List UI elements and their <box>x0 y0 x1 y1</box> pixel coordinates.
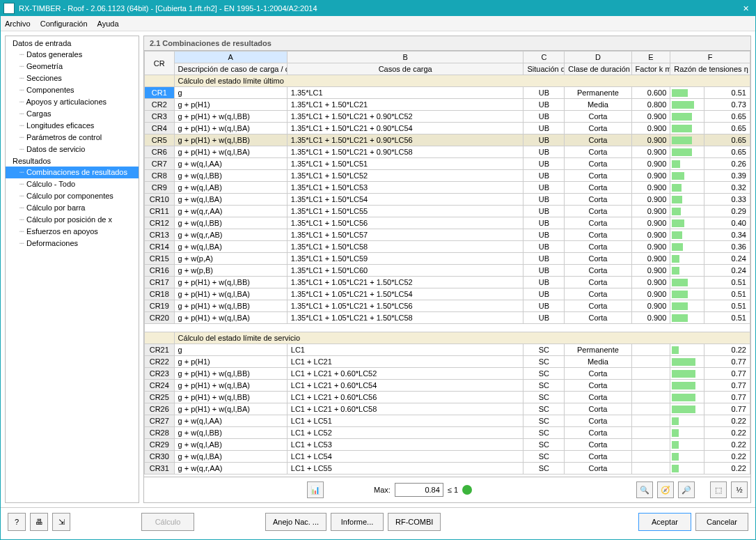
nav-header-input: Datos de entrada <box>6 38 139 49</box>
table-row[interactable]: CR12g + w(q,l,BB)1.35*LC1 + 1.50*LC56UBC… <box>145 217 750 229</box>
tool-icon-2[interactable]: 🧭 <box>657 481 674 498</box>
nav-item[interactable]: Cargas <box>6 108 139 120</box>
status-ok-icon <box>462 485 472 495</box>
menubar: Archivo Configuración Ayuda <box>1 16 755 31</box>
table-row[interactable]: CR23g + p(H1) + w(q,l,BB)LC1 + LC21 + 0.… <box>145 368 750 380</box>
table-row[interactable]: CR4g + p(H1) + w(q,l,BA)1.35*LC1 + 1.50*… <box>145 123 750 134</box>
results-grid[interactable]: CR A B C D E F Descripción de caso de ca… <box>143 50 751 477</box>
col-letter-b[interactable]: B <box>287 52 523 63</box>
cancel-button[interactable]: Cancelar <box>695 513 748 531</box>
nav-item[interactable]: Cálculo por posición de x <box>6 214 139 226</box>
col-letter-f[interactable]: F <box>670 52 750 63</box>
table-row[interactable]: CR16g + w(p,B)1.35*LC1 + 1.50*LC60UBCort… <box>145 265 750 277</box>
table-row[interactable]: CR11g + w(q,r,AA)1.35*LC1 + 1.50*LC55UBC… <box>145 206 750 217</box>
help-icon-button[interactable]: ? <box>8 513 26 531</box>
close-icon[interactable]: ✕ <box>739 4 753 13</box>
table-row[interactable]: CR19g + p(H1) + w(q,l,BB)1.35*LC1 + 1.05… <box>145 300 750 312</box>
col-a[interactable]: Descripción de caso de carga / combinaci… <box>174 63 287 75</box>
tool-icon-3[interactable]: 🔎 <box>678 481 695 498</box>
table-row[interactable]: CR21gLC1SCPermanente0.22 <box>145 344 750 356</box>
table-row[interactable]: CR20g + p(H1) + w(q,l,BA)1.35*LC1 + 1.05… <box>145 312 750 324</box>
table-row[interactable]: CR1g1.35*LC1UBPermanente0.6000.51 <box>145 87 750 99</box>
print-icon-button[interactable]: 🖶 <box>30 513 48 531</box>
tool-icon-1[interactable]: 🔍 <box>636 481 653 498</box>
max-value-input[interactable] <box>395 483 443 497</box>
titlebar: RX-TIMBER - Roof - 2.06.1123 (64bit) - [… <box>1 1 755 16</box>
table-row[interactable]: CR27g + w(q,l,AA)LC1 + LC51SCCorta0.22 <box>145 415 750 427</box>
col-c[interactable]: Situación de cálculo <box>523 63 565 75</box>
nav-item[interactable]: Esfuerzos en apoyos <box>6 226 139 238</box>
menu-file[interactable]: Archivo <box>5 20 31 28</box>
section-header: Cálculo del estado límite de servicio <box>174 332 750 344</box>
ok-button[interactable]: Aceptar <box>638 513 691 531</box>
calc-button[interactable]: Cálculo <box>141 513 194 531</box>
app-icon <box>3 3 15 14</box>
menu-config[interactable]: Configuración <box>40 20 88 28</box>
nav-item[interactable]: Cálculo por componentes <box>6 190 139 202</box>
max-label: Max: <box>374 486 391 494</box>
table-row[interactable]: CR14g + w(q,l,BA)1.35*LC1 + 1.50*LC58UBC… <box>145 241 750 253</box>
col-f[interactable]: Razón de tensiones η max <box>670 63 750 75</box>
rfcombi-button[interactable]: RF-COMBI <box>388 513 441 531</box>
status-row: 📊 Max: ≤ 1 🔍 🧭 🔎 ⬚ ½ <box>143 477 751 503</box>
nav-item[interactable]: Deformaciones <box>6 238 139 249</box>
table-row[interactable]: CR17g + p(H1) + w(q,l,BB)1.35*LC1 + 1.05… <box>145 277 750 288</box>
export-icon-button[interactable]: ⇲ <box>52 513 70 531</box>
graph-icon-button[interactable]: 📊 <box>307 481 324 498</box>
nav-item[interactable]: Componentes <box>6 84 139 96</box>
window-title: RX-TIMBER - Roof - 2.06.1123 (64bit) - [… <box>19 4 739 13</box>
nav-item[interactable]: Datos de servicio <box>6 144 139 155</box>
nav-item[interactable]: Datos generales <box>6 49 139 61</box>
table-row[interactable]: CR6g + p(H1) + w(q,l,BA)1.35*LC1 + 1.50*… <box>145 146 750 158</box>
nav-tree: Datos de entradaDatos generalesGeometría… <box>5 36 139 503</box>
nav-item[interactable]: Combinaciones de resultados <box>6 167 139 178</box>
annex-button[interactable]: Anejo Nac. ... <box>265 513 326 531</box>
col-letter-d[interactable]: D <box>565 52 631 63</box>
table-row[interactable]: CR24g + p(H1) + w(q,l,BA)LC1 + LC21 + 0.… <box>145 380 750 392</box>
col-b[interactable]: Casos de carga <box>287 63 523 75</box>
nav-item[interactable]: Geometría <box>6 61 139 72</box>
col-letter-e[interactable]: E <box>631 52 670 63</box>
col-letter-a[interactable]: A <box>174 52 287 63</box>
table-row[interactable]: CR29g + w(q,l,AB)LC1 + LC53SCCorta0.22 <box>145 439 750 451</box>
menu-help[interactable]: Ayuda <box>97 20 119 28</box>
table-row[interactable]: CR7g + w(q,l,AA)1.35*LC1 + 1.50*LC51UBCo… <box>145 158 750 170</box>
table-row[interactable]: CR31g + w(q,r,AA)LC1 + LC55SCCorta0.22 <box>145 463 750 475</box>
report-button[interactable]: Informe... <box>331 513 384 531</box>
nav-item[interactable]: Longitudes eficaces <box>6 120 139 132</box>
table-row[interactable]: CR10g + w(q,l,BA)1.35*LC1 + 1.50*LC54UBC… <box>145 194 750 206</box>
col-e[interactable]: Factor k mod <box>631 63 670 75</box>
table-row[interactable]: CR2g + p(H1)1.35*LC1 + 1.50*LC21UBMedia0… <box>145 99 750 111</box>
table-row[interactable]: CR22g + p(H1)LC1 + LC21SCMedia0.77 <box>145 356 750 368</box>
limit-label: ≤ 1 <box>448 486 458 494</box>
nav-item[interactable]: Cálculo - Todo <box>6 178 139 190</box>
table-row[interactable]: CR13g + w(q,r,AB)1.35*LC1 + 1.50*LC57UBC… <box>145 229 750 241</box>
col-cr[interactable]: CR <box>145 52 175 75</box>
table-row[interactable]: CR3g + p(H1) + w(q,l,BB)1.35*LC1 + 1.50*… <box>145 111 750 123</box>
nav-header-results: Resultados <box>6 155 139 167</box>
col-d[interactable]: Clase de duración de carga (CDC) <box>565 63 631 75</box>
table-row[interactable]: CR25g + p(H1) + w(q,l,BB)LC1 + LC21 + 0.… <box>145 392 750 403</box>
table-row[interactable]: CR8g + w(q,l,BB)1.35*LC1 + 1.50*LC52UBCo… <box>145 170 750 182</box>
nav-item[interactable]: Parámetros de control <box>6 132 139 144</box>
tool-icon-5[interactable]: ½ <box>731 481 748 498</box>
panel-title: 2.1 Combinaciones de resultados <box>143 36 751 50</box>
nav-item[interactable]: Cálculo por barra <box>6 202 139 214</box>
table-row[interactable]: CR26g + p(H1) + w(q,l,BA)LC1 + LC21 + 0.… <box>145 403 750 415</box>
table-row[interactable]: CR5g + p(H1) + w(q,l,BB)1.35*LC1 + 1.50*… <box>145 134 750 146</box>
nav-item[interactable]: Secciones <box>6 72 139 84</box>
col-letter-c[interactable]: C <box>523 52 565 63</box>
table-row[interactable]: CR28g + w(q,l,BB)LC1 + LC52SCCorta0.22 <box>145 427 750 439</box>
table-row[interactable]: CR30g + w(q,l,BA)LC1 + LC54SCCorta0.22 <box>145 451 750 463</box>
table-row[interactable]: CR9g + w(q,l,AB)1.35*LC1 + 1.50*LC53UBCo… <box>145 182 750 194</box>
table-row[interactable]: CR18g + p(H1) + w(q,l,BA)1.35*LC1 + 1.05… <box>145 288 750 300</box>
nav-item[interactable]: Apoyos y articulaciones <box>6 96 139 108</box>
tool-icon-4[interactable]: ⬚ <box>710 481 727 498</box>
footer: ? 🖶 ⇲ Cálculo Anejo Nac. ... Informe... … <box>1 507 755 539</box>
section-header: Cálculo del estado límite último <box>174 75 750 87</box>
table-row[interactable]: CR15g + w(p,A)1.35*LC1 + 1.50*LC59UBCort… <box>145 253 750 265</box>
